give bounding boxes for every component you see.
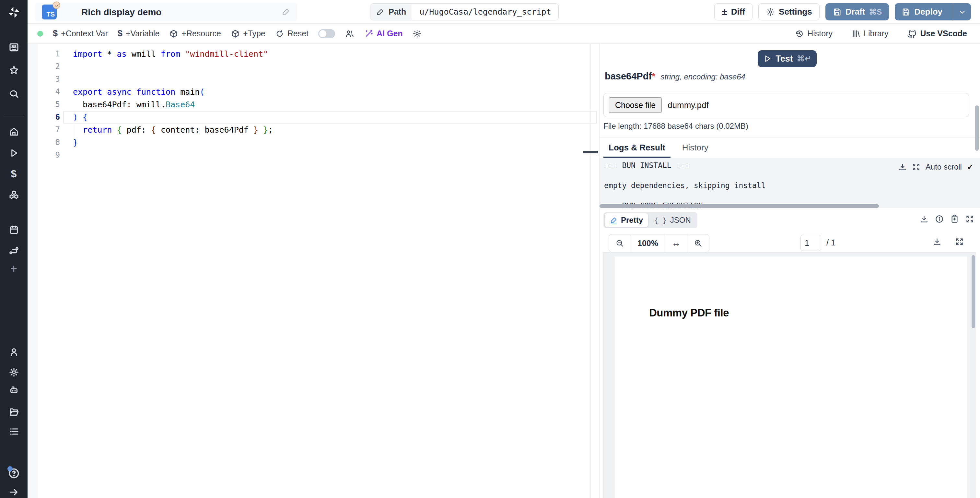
- code-lines[interactable]: 1import * as wmill from "windmill-client…: [27, 48, 599, 161]
- deploy-button[interactable]: Deploy: [895, 3, 971, 21]
- line-number: 6: [27, 111, 60, 123]
- folders-icon[interactable]: [0, 405, 27, 418]
- code-line[interactable]: 3: [27, 73, 599, 86]
- collab-toggle[interactable]: [318, 29, 335, 38]
- history-button[interactable]: History: [795, 29, 832, 38]
- page-total: / 1: [826, 238, 835, 247]
- flows-route-icon[interactable]: [0, 244, 27, 257]
- play-icon: [763, 54, 772, 63]
- line-number: 4: [27, 86, 60, 98]
- code-line[interactable]: 5 base64Pdf: wmill.Base64: [27, 98, 599, 111]
- resources-cubes-icon[interactable]: [0, 188, 27, 201]
- download-icon[interactable]: [933, 237, 942, 246]
- expand-icon[interactable]: [912, 163, 920, 171]
- reset-button[interactable]: Reset: [275, 29, 309, 38]
- line-number: 2: [27, 60, 60, 73]
- line-number: 5: [27, 98, 60, 111]
- file-input[interactable]: Choose file dummy.pdf: [603, 93, 969, 117]
- package-icon: [169, 29, 178, 38]
- add-type-button[interactable]: +Type: [231, 29, 266, 38]
- panel-scrollbar[interactable]: [975, 105, 979, 151]
- diff-button[interactable]: ± Diff: [714, 3, 752, 21]
- line-number: 8: [27, 136, 60, 149]
- zoom-level[interactable]: 100%: [631, 235, 665, 252]
- path-field[interactable]: Path u/HugoCasa/legendary_script: [370, 3, 559, 21]
- add-context-var-button[interactable]: $ +Context Var: [53, 29, 108, 38]
- add-resource-button[interactable]: +Resource: [169, 29, 221, 38]
- library-button[interactable]: Library: [851, 29, 888, 38]
- variables-dollar-icon[interactable]: $: [0, 167, 27, 180]
- auto-scroll-label[interactable]: Auto scroll: [926, 163, 962, 171]
- workers-bot-icon[interactable]: [0, 383, 27, 396]
- pdf-scrollbar[interactable]: [972, 255, 975, 328]
- code-line[interactable]: 7 return { pdf: { content: base64Pdf } }…: [27, 123, 599, 136]
- deploy-dropdown-caret[interactable]: [953, 3, 971, 21]
- search-icon[interactable]: [0, 88, 27, 101]
- edit-title-pencil-icon[interactable]: [282, 8, 290, 16]
- settings-gear-icon[interactable]: [0, 366, 27, 379]
- sidebar-divider: [3, 116, 24, 117]
- code-editor[interactable]: 1import * as wmill from "windmill-client…: [27, 44, 599, 498]
- chevron-down-icon: [958, 8, 966, 16]
- script-title-area: TS Rich display demo: [35, 3, 297, 21]
- windmill-logo[interactable]: [0, 6, 27, 19]
- code-line[interactable]: 1import * as wmill from "windmill-client…: [27, 48, 599, 60]
- test-shortcut: ⌘↵: [797, 54, 811, 63]
- clipboard-icon[interactable]: [950, 215, 959, 223]
- log-output[interactable]: --- BUN INSTALL ---empty dependencies, s…: [600, 158, 980, 208]
- expand-icon[interactable]: [955, 237, 964, 246]
- star-icon[interactable]: [0, 64, 27, 77]
- script-settings-gear-icon[interactable]: [412, 29, 422, 38]
- apps-grid-icon[interactable]: [0, 41, 27, 54]
- help-icon[interactable]: [0, 467, 27, 480]
- info-icon[interactable]: [935, 215, 944, 223]
- sidebar: $ +: [0, 0, 27, 498]
- argument-name: base64Pdf*: [605, 71, 655, 82]
- settings-button[interactable]: Settings: [758, 3, 819, 21]
- tab-logs-result[interactable]: Logs & Result: [609, 137, 665, 158]
- tab-history[interactable]: History: [682, 137, 708, 158]
- schedules-calendar-icon[interactable]: [0, 223, 27, 236]
- editor-toolbar: $ +Context Var $ +Variable +Resource +Ty…: [27, 24, 980, 44]
- history-clock-icon: [795, 29, 804, 38]
- pretty-toggle[interactable]: Pretty: [605, 213, 648, 227]
- topbar: TS Rich display demo Path u/HugoCasa/leg…: [27, 0, 980, 24]
- draft-button[interactable]: Draft ⌘S: [826, 3, 889, 21]
- result-view-switch: Pretty { } JSON: [603, 212, 697, 228]
- pane-resize-handle[interactable]: [583, 151, 598, 153]
- user-icon[interactable]: [0, 346, 27, 359]
- code-line[interactable]: 4export async function main(: [27, 86, 599, 98]
- fit-width-button[interactable]: ↔: [665, 235, 687, 252]
- log-line: empty dependencies, skipping install: [600, 178, 980, 191]
- dollar-icon: $: [118, 29, 123, 38]
- code-line[interactable]: 2: [27, 60, 599, 73]
- plus-icon[interactable]: +: [0, 262, 27, 275]
- zoom-in-button[interactable]: [687, 235, 709, 252]
- logs-list-icon[interactable]: [0, 425, 27, 438]
- expand-icon[interactable]: [966, 215, 974, 223]
- code-line[interactable]: 6) {: [27, 111, 599, 123]
- pdf-viewer[interactable]: Dummy PDF file: [603, 252, 976, 498]
- minimap-edge: [590, 44, 591, 498]
- test-button[interactable]: Test ⌘↵: [758, 50, 817, 67]
- log-horizontal-scrollbar[interactable]: [600, 204, 879, 208]
- zoom-out-button[interactable]: [609, 235, 631, 252]
- line-number: 1: [27, 48, 60, 60]
- page-number-input[interactable]: [800, 235, 821, 251]
- people-icon[interactable]: [345, 29, 355, 38]
- ai-gen-button[interactable]: AI Gen: [364, 29, 403, 38]
- home-icon[interactable]: [0, 125, 27, 138]
- runs-play-icon[interactable]: [0, 147, 27, 160]
- download-icon[interactable]: [898, 163, 907, 171]
- download-icon[interactable]: [920, 215, 929, 223]
- draft-shortcut: ⌘S: [869, 8, 882, 16]
- use-vscode-button[interactable]: Use VScode: [907, 29, 967, 38]
- code-line[interactable]: 9: [27, 149, 599, 161]
- json-toggle[interactable]: { } JSON: [649, 213, 696, 227]
- expand-arrow-icon[interactable]: [0, 486, 27, 498]
- code-line[interactable]: 8}: [27, 136, 599, 149]
- add-variable-button[interactable]: $ +Variable: [118, 29, 160, 38]
- choose-file-button[interactable]: Choose file: [609, 97, 662, 113]
- baby-emoji: [52, 1, 60, 9]
- diff-icon: ±: [722, 6, 727, 18]
